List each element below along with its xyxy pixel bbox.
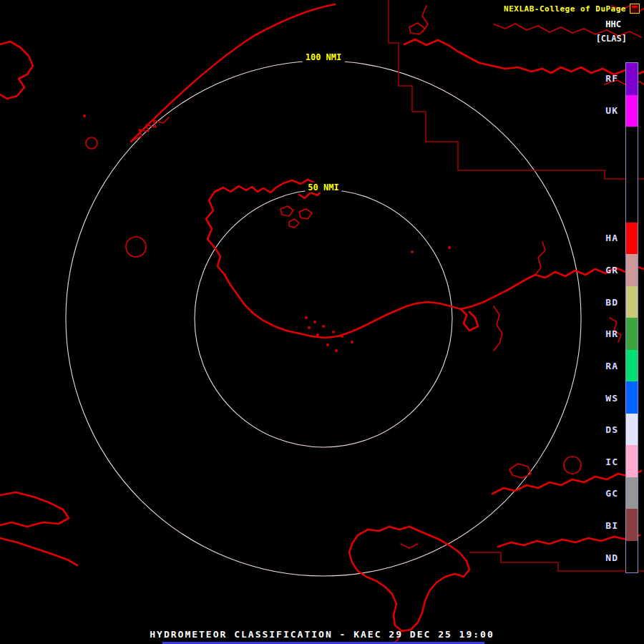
legend-seg-RF xyxy=(626,63,638,95)
ring-50nmi xyxy=(195,190,452,447)
legend-seg-GC xyxy=(626,477,638,509)
legend-seg-gap xyxy=(626,190,638,223)
legend-seg-ND xyxy=(626,541,638,573)
legend-seg-DS xyxy=(626,414,638,446)
legend-seg-WS xyxy=(626,381,638,414)
brand-icon xyxy=(630,4,640,14)
legend-seg-BD xyxy=(626,286,638,318)
radar-map xyxy=(0,0,644,644)
range-ring-label-50nmi: 50 NMI xyxy=(305,182,341,192)
product-mode-tag: [CLAS] xyxy=(504,34,627,44)
product-title: HYDROMETEOR CLASSIFICATION - KAEC 29 DEC… xyxy=(150,629,494,640)
coastlines xyxy=(0,4,644,644)
legend-seg-gap xyxy=(626,127,638,159)
header: NEXLAB-College of DuPage HHC [CLAS] xyxy=(504,4,640,44)
legend-seg-HA xyxy=(626,223,638,255)
legend-seg-GR xyxy=(626,254,638,286)
range-rings xyxy=(66,61,581,576)
range-ring-label-100nmi: 100 NMI xyxy=(303,52,345,62)
legend-seg-HR xyxy=(626,318,638,350)
legend-seg-gap xyxy=(626,159,638,191)
legend-seg-RA xyxy=(626,350,638,382)
product-code: HHC xyxy=(504,19,621,29)
island-dots xyxy=(83,114,451,352)
ring-100nmi xyxy=(66,61,581,576)
legend-seg-IC xyxy=(626,445,638,477)
legend-seg-BI xyxy=(626,509,638,541)
legend-colorbar xyxy=(625,62,638,573)
legend-seg-UK xyxy=(626,95,638,127)
brand-text: NEXLAB-College of DuPage xyxy=(504,4,626,14)
